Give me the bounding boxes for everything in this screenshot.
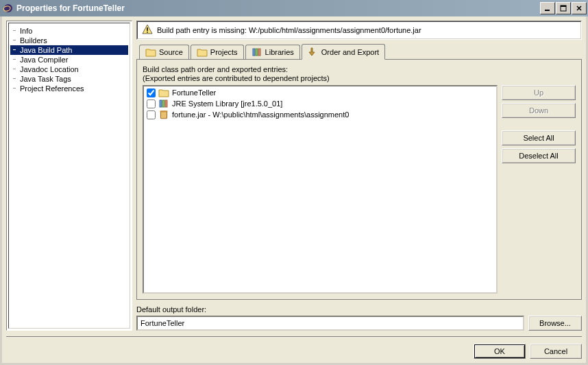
cancel-button[interactable]: Cancel <box>530 344 582 359</box>
entry-label: JRE System Library [jre1.5.0_01] <box>172 99 282 108</box>
tab-order-export[interactable]: Order and Export <box>302 44 385 60</box>
folder-icon <box>158 88 169 97</box>
warning-text: Build path entry is missing: W:/public/h… <box>157 26 421 34</box>
svg-rect-14 <box>160 110 167 112</box>
svg-rect-5 <box>147 27 148 31</box>
svg-rect-4 <box>561 5 566 7</box>
select-all-button[interactable]: Select All <box>502 130 576 145</box>
order-subheader: (Exported entries are contributed to dep… <box>143 74 576 82</box>
tab-panel-order-export: Build class path order and exported entr… <box>136 59 582 300</box>
library-icon <box>158 99 169 108</box>
order-export-icon <box>308 47 319 57</box>
eclipse-icon <box>3 3 14 14</box>
svg-rect-9 <box>258 49 260 56</box>
svg-rect-13 <box>160 111 167 118</box>
nav-java-build-path[interactable]: Java Build Path <box>10 45 128 55</box>
list-item[interactable]: fortune.jar - W:\public\html\assignments… <box>145 109 495 120</box>
library-icon <box>252 47 262 57</box>
category-tree: Info Builders Java Build Path Java Compi… <box>6 21 132 331</box>
tab-label: Source <box>159 48 183 56</box>
output-folder-label: Default output folder: <box>136 305 582 314</box>
entries-list[interactable]: FortuneTeller JRE System Library [jre1.5… <box>143 85 498 294</box>
entry-checkbox[interactable] <box>147 110 156 119</box>
svg-rect-2 <box>545 10 550 11</box>
tabs: Source Projects Libraries Order and Expo… <box>136 44 582 59</box>
output-folder-input[interactable] <box>136 316 524 331</box>
maximize-button[interactable] <box>556 2 571 14</box>
entry-checkbox[interactable] <box>147 89 156 97</box>
tab-label: Projects <box>210 48 238 56</box>
list-item[interactable]: FortuneTeller <box>145 87 495 98</box>
order-header: Build class path order and exported entr… <box>143 65 576 73</box>
folder-project-icon <box>197 47 208 57</box>
svg-rect-8 <box>256 49 258 56</box>
window-title: Properties for FortuneTeller <box>16 3 539 13</box>
tab-projects[interactable]: Projects <box>191 45 244 59</box>
list-item[interactable]: JRE System Library [jre1.5.0_01] <box>145 98 495 109</box>
ok-button[interactable]: OK <box>474 344 526 359</box>
down-button[interactable]: Down <box>502 103 576 118</box>
deselect-all-button[interactable]: Deselect All <box>502 148 576 163</box>
entry-label: FortuneTeller <box>172 89 216 97</box>
tab-source[interactable]: Source <box>139 45 189 59</box>
warning-icon <box>142 24 153 36</box>
tab-libraries[interactable]: Libraries <box>245 45 300 59</box>
svg-rect-12 <box>165 100 167 107</box>
svg-rect-10 <box>160 100 162 107</box>
close-button[interactable] <box>572 2 587 14</box>
up-button[interactable]: Up <box>502 85 576 100</box>
nav-project-references[interactable]: Project References <box>10 84 128 93</box>
browse-button[interactable]: Browse... <box>528 316 582 331</box>
svg-rect-7 <box>253 49 255 56</box>
nav-javadoc-location[interactable]: Javadoc Location <box>10 64 128 74</box>
folder-source-icon <box>145 47 156 57</box>
tab-label: Order and Export <box>321 48 379 56</box>
nav-java-compiler[interactable]: Java Compiler <box>10 55 128 64</box>
entry-checkbox[interactable] <box>147 99 156 108</box>
title-bar: Properties for FortuneTeller <box>0 0 588 16</box>
svg-rect-11 <box>162 100 164 107</box>
jar-icon <box>158 110 169 119</box>
nav-builders[interactable]: Builders <box>10 36 128 45</box>
svg-rect-6 <box>147 32 148 33</box>
tab-label: Libraries <box>265 48 294 56</box>
minimize-button[interactable] <box>540 2 555 14</box>
nav-java-task-tags[interactable]: Java Task Tags <box>10 74 128 84</box>
warning-banner: Build path entry is missing: W:/public/h… <box>136 21 582 40</box>
nav-info[interactable]: Info <box>10 26 128 36</box>
entry-label: fortune.jar - W:\public\html\assignments… <box>172 110 349 119</box>
